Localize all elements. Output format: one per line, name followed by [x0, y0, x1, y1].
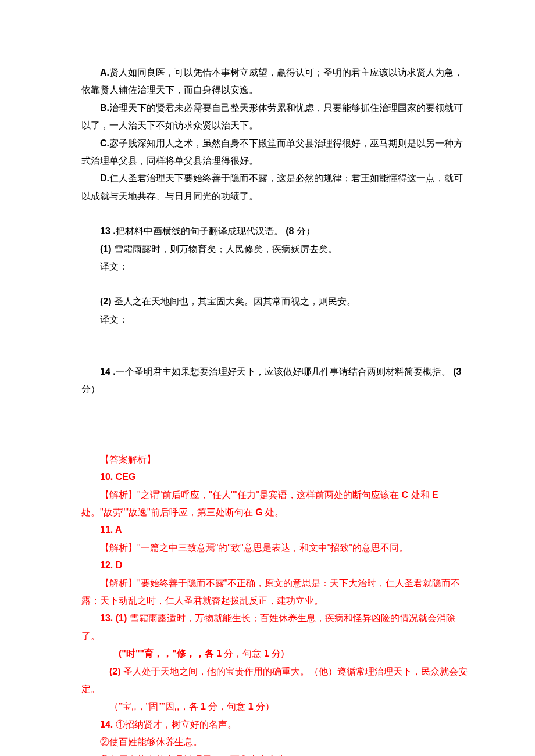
answer-13-1-one-a: 1: [216, 648, 222, 658]
answer-14: 14. ①招纳贤才，树立好的名声。: [81, 716, 468, 733]
q14-score-unit: 分）: [81, 384, 100, 394]
answer-11-label: 11. A: [81, 521, 468, 539]
answer-10-c: C: [402, 490, 409, 500]
answer-13-2-mid: 分，句意: [206, 701, 248, 711]
question-13-sub2: (2) 圣人之在天地间也，其宝固大矣。因其常而视之，则民安。: [81, 293, 468, 310]
answer-10-text2: 处。"故劳""故逸"前后呼应，第三处断句在: [81, 507, 255, 517]
answer-13-1-one-b: 1: [264, 648, 269, 658]
option-b-text: 治理天下的贤君未必需要自己整天形体劳累和忧虑，只要能够抓住治理国家的要领就可以了…: [81, 103, 463, 130]
option-c-label: C.: [100, 138, 109, 148]
answer-10-label: 10. CEG: [81, 468, 468, 486]
option-a-text: 贤人如同良医，可以凭借本事树立威望，赢得认可；圣明的君主应该以访求贤人为急，依靠…: [81, 67, 463, 95]
answer-12-body: 【解析】"要始终善于隐而不露"不正确，原文的意思是：天下大治时，仁人圣君就隐而不…: [81, 575, 468, 610]
answer-14-3: ③任用有能力的官员治理天下，而非事事亲为。: [81, 751, 468, 757]
option-a: A.贤人如同良医，可以凭借本事树立威望，赢得认可；圣明的君主应该以访求贤人为急，…: [81, 64, 468, 99]
answer-10-text3: 处。: [263, 507, 284, 517]
option-d: D.仁人圣君治理天下要始终善于隐而不露，这是必然的规律；君王如能懂得这一点，就可…: [81, 170, 468, 205]
answer-13-1-mid: 分，句意: [222, 648, 264, 658]
spacer: [81, 275, 468, 293]
answer-13-1: 13. (1) 雪霜雨露适时，万物就能生长；百姓休养生息，疾病和怪异凶险的情况就…: [81, 610, 468, 645]
answer-13-2-label: (2): [109, 667, 121, 676]
spacer: [81, 328, 468, 363]
q14-num: 14: [100, 367, 110, 377]
option-b-label: B.: [100, 103, 109, 113]
q13-s1-label: (1): [100, 244, 112, 254]
q13-dot: .: [110, 226, 116, 236]
q13-num: 13: [100, 226, 110, 236]
q13-s1-text: 雪霜雨露时，则万物育矣；人民修矣，疾病妖厉去矣。: [112, 244, 337, 254]
option-c-text: 宓子贱深知用人之术，虽然自身不下殿堂而单父县治理得很好，巫马期则是以另一种方式治…: [81, 138, 463, 166]
answer-11-text: "一篇之中三致意焉"的"致"意思是表达，和文中"招致"的意思不同。: [137, 543, 408, 553]
answer-10-e: E: [432, 490, 438, 500]
q13-s1-yiwen: 译文：: [81, 258, 468, 275]
question-14: 14 .一个圣明君主如果想要治理好天下，应该做好哪几件事请结合两则材料简要概括。…: [81, 363, 468, 399]
answer-13-1-end: 分): [269, 648, 284, 658]
answer-13-1-note-pre: ("时""育，，"修，，各: [119, 648, 216, 658]
answer-13-2-note: （"宝,,，"固""因,,，各 1 分，句意 1 分）: [81, 698, 468, 715]
q13-s2-yiwen: 译文：: [81, 311, 468, 328]
answer-14-1: ①招纳贤才，树立好的名声。: [113, 719, 236, 729]
q13-score: (8: [286, 226, 294, 236]
option-d-label: D.: [100, 173, 109, 183]
document-page: A.贤人如同良医，可以凭借本事树立威望，赢得认可；圣明的君主应该以访求贤人为急，…: [0, 0, 535, 756]
option-b: B.治理天下的贤君未必需要自己整天形体劳累和忧虑，只要能够抓住治理国家的要领就可…: [81, 99, 468, 135]
answer-13-2-one-b: 1: [248, 701, 254, 711]
q14-score: (3: [453, 367, 461, 377]
spacer: [81, 205, 468, 223]
option-a-label: A.: [100, 67, 109, 77]
option-d-text: 仁人圣君治理天下要始终善于隐而不露，这是必然的规律；君王如能懂得这一点，就可以成…: [81, 173, 463, 200]
q13-score-unit: 分）: [294, 226, 315, 236]
answer-12-text: "要始终善于隐而不露"不正确，原文的意思是：天下大治时，仁人圣君就隐而不露；天下…: [81, 578, 460, 605]
answer-13-label: 13. (1): [100, 613, 127, 623]
spacer: [81, 433, 468, 451]
answer-13-2-note-pre: （"宝,,，"固""因,,，各: [109, 701, 201, 711]
answer-10-g: G: [255, 507, 262, 517]
answer-14-2: ②使百姓能够休养生息。: [81, 733, 468, 751]
answer-header: 【答案解析】: [81, 451, 468, 468]
answer-13-1-note: ("时""育，，"修，，各 1 分，句意 1 分): [81, 645, 468, 662]
answer-13-2-text: 圣人处于天地之间，他的宝贵作用的确重大。（他）遵循常理治理天下，民众就会安定。: [81, 667, 468, 694]
answer-13-2-one-a: 1: [201, 701, 206, 711]
answer-12-label: 12. D: [81, 557, 468, 574]
q14-dot: .: [110, 367, 116, 377]
answer-11-prefix: 【解析】: [100, 543, 137, 553]
answer-13-2-end: 分）: [254, 701, 274, 711]
option-c: C.宓子贱深知用人之术，虽然自身不下殿堂而单父县治理得很好，巫马期则是以另一种方…: [81, 135, 468, 170]
answer-10-body: 【解析】"之谓"前后呼应，"任人""任力"是宾语，这样前两处的断句应该在 C 处…: [81, 486, 468, 522]
spacer: [81, 399, 468, 433]
q13-s2-text: 圣人之在天地间也，其宝固大矣。因其常而视之，则民安。: [112, 296, 356, 306]
answer-13-1-text: 雪霜雨露适时，万物就能生长；百姓休养生息，疾病和怪异凶险的情况就会消除了。: [81, 613, 455, 640]
answer-13-2: (2) 圣人处于天地之间，他的宝贵作用的确重大。（他）遵循常理治理天下，民众就会…: [81, 663, 468, 698]
answer-10-text: "之谓"前后呼应，"任人""任力"是宾语，这样前两处的断句应该在: [137, 490, 402, 500]
answer-12-prefix: 【解析】: [100, 578, 137, 588]
answer-11-body: 【解析】"一篇之中三致意焉"的"致"意思是表达，和文中"招致"的意思不同。: [81, 539, 468, 557]
q13-s2-label: (2): [100, 296, 112, 306]
q13-stem: 把材料中画横线的句子翻译成现代汉语。: [116, 226, 286, 236]
answer-10-prefix: 【解析】: [100, 490, 137, 500]
answer-10-mid: 处和: [408, 490, 432, 500]
q14-stem: 一个圣明君主如果想要治理好天下，应该做好哪几件事请结合两则材料简要概括。: [116, 367, 453, 377]
question-13-sub1: (1) 雪霜雨露时，则万物育矣；人民修矣，疾病妖厉去矣。: [81, 241, 468, 258]
question-13: 13 .把材料中画横线的句子翻译成现代汉语。 (8 分）: [81, 223, 468, 240]
answer-14-label: 14.: [100, 719, 113, 729]
